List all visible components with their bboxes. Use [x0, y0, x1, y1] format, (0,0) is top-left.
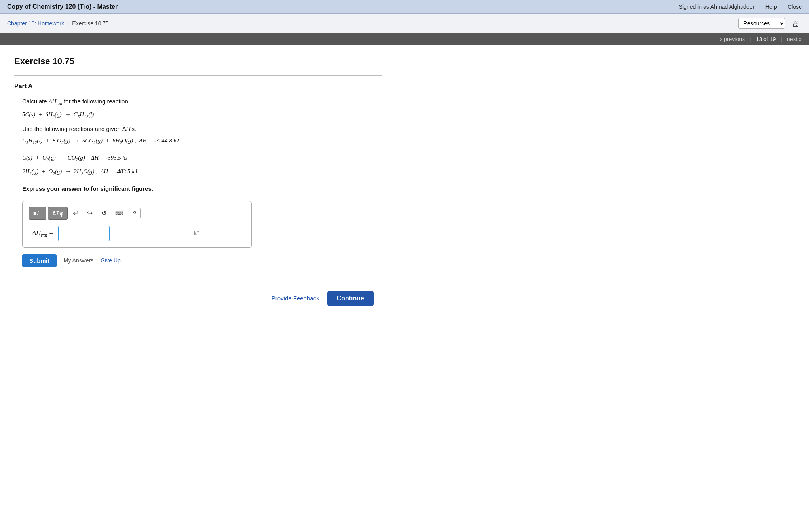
keyboard-icon: ⌨ — [115, 210, 124, 217]
breadcrumb-right: Resources eBook Hint 1 Hint 2 🖨 — [738, 18, 802, 29]
refresh-button[interactable]: ↺ — [98, 207, 110, 220]
formula-toolbar: ■√□ ΑΣφ ↩ ↪ ↺ ⌨ ? — [29, 207, 245, 220]
breadcrumb-chevron: › — [67, 21, 69, 27]
close-link[interactable]: Close — [788, 4, 802, 10]
main-content: Exercise 10.75 Part A Calculate ΔHrxn fo… — [0, 45, 396, 322]
math-toolbar-button[interactable]: ■√□ — [29, 207, 46, 220]
exercise-title: Exercise 10.75 — [14, 56, 382, 66]
my-answers-label: My Answers — [64, 256, 93, 266]
help-toolbar-button[interactable]: ? — [129, 208, 141, 218]
reaction-1: C5H12(l) + 8 O2(g) → 5CO2(g) + 6H2O(g) ,… — [22, 135, 382, 147]
submit-button[interactable]: Submit — [22, 254, 57, 267]
redo-button[interactable]: ↪ — [84, 207, 96, 220]
undo-button[interactable]: ↩ — [69, 207, 82, 220]
part-a-label: Part A — [14, 83, 382, 90]
redo-icon: ↪ — [87, 209, 93, 217]
kj-unit-label: kJ — [194, 228, 199, 239]
signed-in-label: Signed in as Ahmad Alghadeer — [679, 4, 754, 10]
delta-h-rxn-formula: ΔHrxn — [49, 98, 62, 104]
help-toolbar-label: ? — [133, 210, 137, 217]
problem-intro: Calculate ΔHrxn for the following reacti… — [22, 96, 382, 108]
next-link[interactable]: next » — [787, 36, 802, 42]
provide-feedback-link[interactable]: Provide Feedback — [272, 295, 319, 302]
undo-icon: ↩ — [73, 209, 78, 217]
answer-input[interactable] — [58, 226, 110, 241]
input-row: ΔHrxn = kJ — [32, 226, 245, 241]
use-following-label: Use the following reactions and given ΔH… — [22, 124, 382, 134]
breadcrumb-bar: Chapter 10: Homework › Exercise 10.75 Re… — [0, 14, 809, 33]
delta-h-input-label: ΔHrxn = — [32, 227, 53, 240]
help-link[interactable]: Help — [765, 4, 777, 10]
nav-divider-2: | — [781, 36, 782, 42]
breadcrumb: Chapter 10: Homework › Exercise 10.75 — [7, 20, 109, 27]
continue-button[interactable]: Continue — [327, 291, 374, 306]
app-title: Copy of Chemistry 120 (Tro) - Master — [7, 3, 118, 10]
nav-divider: | — [750, 36, 751, 42]
breadcrumb-current: Exercise 10.75 — [72, 20, 109, 27]
give-up-link[interactable]: Give Up — [101, 256, 121, 266]
top-bar: Copy of Chemistry 120 (Tro) - Master Sig… — [0, 0, 809, 14]
top-bar-right: Signed in as Ahmad Alghadeer | Help | Cl… — [679, 4, 802, 10]
reaction-3: 2H2(g) + O2(g) → 2H2O(g) , ΔH = -483.5 k… — [22, 166, 382, 178]
greek-toolbar-label: ΑΣφ — [52, 210, 64, 217]
divider-2: | — [782, 4, 783, 10]
main-reaction: 5C(s) + 6H2(g) → C5H12(l) — [22, 109, 382, 121]
answer-area: ■√□ ΑΣφ ↩ ↪ ↺ ⌨ ? — [22, 201, 252, 248]
refresh-icon: ↺ — [101, 209, 107, 217]
resources-dropdown[interactable]: Resources eBook Hint 1 Hint 2 — [738, 18, 785, 29]
problem-body: Calculate ΔHrxn for the following reacti… — [22, 96, 382, 267]
reaction-2: C(s) + O2(g) → CO2(g) , ΔH = -393.5 kJ — [22, 152, 382, 164]
action-row: Submit My Answers Give Up — [22, 254, 382, 267]
divider-1: | — [759, 4, 761, 10]
math-toolbar-icon: ■√□ — [33, 210, 42, 216]
previous-link[interactable]: « previous — [719, 36, 745, 42]
greek-toolbar-button[interactable]: ΑΣφ — [48, 207, 68, 220]
nav-bar: « previous | 13 of 19 | next » — [0, 33, 809, 45]
footer-row: Provide Feedback Continue — [14, 291, 382, 306]
keyboard-button[interactable]: ⌨ — [112, 207, 127, 220]
print-button[interactable]: 🖨 — [789, 18, 802, 29]
part-a-divider — [14, 75, 382, 76]
nav-count: 13 of 19 — [756, 36, 776, 42]
instruction-label: Express your answer to for significant f… — [22, 184, 382, 194]
chapter-link[interactable]: Chapter 10: Homework — [7, 20, 64, 27]
